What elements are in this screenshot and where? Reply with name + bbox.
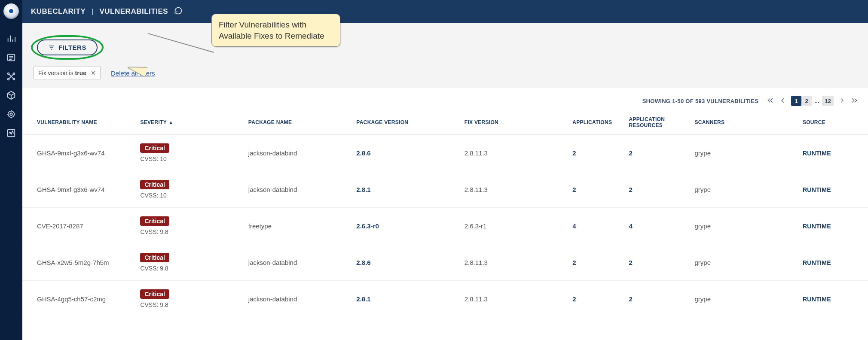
cell-app-resources[interactable]: 2 (623, 171, 689, 208)
nav-dashboard-icon[interactable] (0, 29, 22, 48)
cell-source: RUNTIME (798, 208, 868, 244)
cell-severity: CriticalCVSS: 9.8 (135, 281, 243, 317)
cvss-score: CVSS: 10 (140, 192, 238, 199)
cvss-score: CVSS: 10 (140, 155, 238, 162)
nav-target-icon[interactable] (0, 105, 22, 124)
cell-package-version: 2.8.1 (351, 281, 459, 317)
col-scanners[interactable]: SCANNERS (689, 110, 797, 135)
refresh-button[interactable] (174, 6, 183, 17)
cell-severity: CriticalCVSS: 10 (135, 135, 243, 171)
col-applications[interactable]: APPLICATIONS (567, 110, 623, 135)
cell-fix-version: 2.8.11.3 (459, 135, 567, 171)
col-package-version[interactable]: PACKAGE VERSION (351, 110, 459, 135)
page-button: ... (812, 96, 822, 106)
main: KUBECLARITY | VULNERABILITIES FILTERS Fi… (22, 0, 868, 340)
svg-point-4 (8, 73, 9, 75)
cell-scanners: grype (689, 171, 797, 208)
col-severity[interactable]: SEVERITY▲ (135, 110, 243, 135)
cell-package-version: 2.6.3-r0 (351, 208, 459, 244)
filter-chip[interactable]: Fix version is true ✕ (34, 67, 101, 79)
cell-fix-version: 2.8.11.3 (459, 244, 567, 281)
cell-package-version: 2.8.6 (351, 135, 459, 171)
cell-vuln-name: GHSA-9mxf-g3x6-wv74 (22, 135, 135, 171)
cell-scanners: grype (689, 208, 797, 244)
cell-applications[interactable]: 4 (567, 208, 623, 244)
cell-app-resources[interactable]: 2 (623, 244, 689, 281)
table-row[interactable]: GHSA-x2w5-5m2g-7h5mCriticalCVSS: 9.8jack… (22, 244, 868, 281)
cell-vuln-name: GHSA-9mxf-g3x6-wv74 (22, 171, 135, 208)
svg-point-8 (8, 111, 15, 118)
table-row[interactable]: GHSA-9mxf-g3x6-wv74CriticalCVSS: 10jacks… (22, 171, 868, 208)
nav-network-icon[interactable] (0, 67, 22, 86)
cell-fix-version: 2.8.11.3 (459, 281, 567, 317)
cell-applications[interactable]: 2 (567, 281, 623, 317)
cell-applications[interactable]: 2 (567, 244, 623, 281)
cell-applications[interactable]: 2 (567, 171, 623, 208)
controls-bar: FILTERS Filter Vulnerabilities with Avai… (22, 23, 868, 64)
cell-package-version: 2.8.1 (351, 171, 459, 208)
page-last-icon[interactable] (850, 97, 859, 105)
nav-list-icon[interactable] (0, 48, 22, 67)
svg-point-5 (13, 73, 15, 75)
cell-applications[interactable]: 2 (567, 135, 623, 171)
table-panel: SHOWING 1-50 OF 593 VULNERABILITIES 12..… (22, 88, 868, 340)
nav-package-icon[interactable] (0, 86, 22, 105)
page-prev-icon[interactable] (778, 97, 788, 105)
active-filters-row: Fix version is true ✕ Delete all filters (22, 64, 868, 88)
cell-package-name: jackson-databind (243, 171, 351, 208)
cell-package-version: 2.8.6 (351, 244, 459, 281)
cvss-score: CVSS: 9.8 (140, 265, 238, 272)
app-logo (3, 3, 19, 19)
svg-point-6 (8, 79, 9, 80)
col-package-name[interactable]: PACKAGE NAME (243, 110, 351, 135)
nav-activity-icon[interactable] (0, 124, 22, 143)
cell-severity: CriticalCVSS: 9.8 (135, 244, 243, 281)
severity-badge: Critical (140, 180, 169, 189)
filters-button[interactable]: FILTERS (37, 39, 98, 55)
cell-app-resources[interactable]: 2 (623, 135, 689, 171)
page-header: KUBECLARITY | VULNERABILITIES (22, 0, 868, 23)
severity-badge: Critical (140, 143, 169, 153)
cell-package-name: freetype (243, 208, 351, 244)
cell-scanners: grype (689, 135, 797, 171)
table-row[interactable]: GHSA-9mxf-g3x6-wv74CriticalCVSS: 10jacks… (22, 135, 868, 171)
cvss-score: CVSS: 9.8 (140, 228, 238, 235)
filter-chip-label: Fix version is (38, 70, 75, 76)
cell-scanners: grype (689, 281, 797, 317)
cell-severity: CriticalCVSS: 9.8 (135, 208, 243, 244)
cell-app-resources[interactable]: 2 (623, 281, 689, 317)
page-button[interactable]: 1 (791, 96, 801, 106)
cell-package-name: jackson-databind (243, 135, 351, 171)
pagination-summary: SHOWING 1-50 OF 593 VULNERABILITIES (642, 98, 759, 104)
severity-badge: Critical (140, 216, 169, 226)
vulnerabilities-table: VULNERABILITY NAME SEVERITY▲ PACKAGE NAM… (22, 110, 868, 317)
cell-vuln-name: GHSA-x2w5-5m2g-7h5m (22, 244, 135, 281)
cvss-score: CVSS: 9.8 (140, 301, 238, 308)
page-button[interactable]: 2 (801, 96, 812, 106)
cell-source: RUNTIME (798, 244, 868, 281)
page-button[interactable]: 12 (822, 96, 834, 106)
svg-point-9 (10, 113, 12, 115)
filter-chip-value: true (75, 70, 86, 76)
cell-vuln-name: GHSA-4gq5-ch57-c2mg (22, 281, 135, 317)
filters-highlight: FILTERS (31, 35, 104, 60)
sidebar (0, 0, 22, 340)
filter-chip-close-icon[interactable]: ✕ (91, 70, 96, 76)
col-vuln-name[interactable]: VULNERABILITY NAME (22, 110, 135, 135)
page-first-icon[interactable] (765, 97, 775, 105)
page-next-icon[interactable] (837, 97, 847, 105)
cell-app-resources[interactable]: 4 (623, 208, 689, 244)
table-row[interactable]: GHSA-4gq5-ch57-c2mgCriticalCVSS: 9.8jack… (22, 281, 868, 317)
cell-severity: CriticalCVSS: 10 (135, 171, 243, 208)
col-source[interactable]: SOURCE (798, 110, 868, 135)
col-app-resources[interactable]: APPLICATION RESOURCES (623, 110, 689, 135)
cell-fix-version: 2.6.3-r1 (459, 208, 567, 244)
cell-scanners: grype (689, 244, 797, 281)
col-fix-version[interactable]: FIX VERSION (459, 110, 567, 135)
pagination: SHOWING 1-50 OF 593 VULNERABILITIES 12..… (22, 88, 868, 110)
cell-source: RUNTIME (798, 135, 868, 171)
svg-point-7 (13, 79, 15, 80)
table-row[interactable]: CVE-2017-8287CriticalCVSS: 9.8freetype2.… (22, 208, 868, 244)
callout-tooltip: Filter Vulnerabilities with Available Fi… (211, 14, 340, 47)
filter-icon (48, 44, 55, 51)
